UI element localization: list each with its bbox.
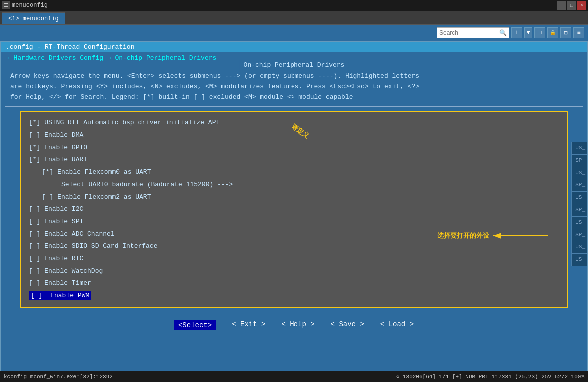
breadcrumb-item-1[interactable]: Hardware Drivers Config <box>14 54 103 62</box>
config-item[interactable]: [ ] Enable RTC <box>29 253 559 265</box>
breadcrumb-arrow: → <box>6 54 14 62</box>
load-button[interactable]: < Load > <box>380 320 414 330</box>
save-button[interactable]: < Save > <box>331 320 364 330</box>
app-icon: ☰ <box>2 1 10 9</box>
select-button[interactable]: <Select> <box>174 320 216 330</box>
right-label-5: US_ <box>571 191 587 204</box>
help-button[interactable]: < Help > <box>281 320 314 330</box>
window-button[interactable]: □ <box>534 27 545 38</box>
config-file-label: .config - RT-Thread Configuration <box>6 43 134 51</box>
config-item[interactable]: [ ] Enable Timer <box>29 277 559 290</box>
search-input[interactable] <box>439 29 499 36</box>
info-line-1: Arrow keys navigate the menu. <Enter> se… <box>10 71 578 82</box>
config-item[interactable]: [*] Enable GPIO <box>29 142 559 154</box>
label-4: Enable Flexcomm0 as UART <box>57 168 151 176</box>
right-label-9: US_ <box>571 241 587 253</box>
bracket-2: [*] <box>29 144 44 151</box>
bracket-1: [ ] <box>29 131 44 139</box>
config-item[interactable]: [ ] Enable WatchDog <box>29 265 559 278</box>
right-label-4: SP_ <box>571 179 587 191</box>
config-item[interactable]: [ ] Enable Flexcomm2 as UART <box>29 191 559 204</box>
right-label-6: SP_ <box>571 204 587 216</box>
toolbar: 🔍 + ▼ □ 🔒 ⊟ ≡ <box>0 25 588 41</box>
bracket-11: [ ] <box>29 255 44 262</box>
maximize-button[interactable]: □ <box>567 1 576 10</box>
config-item[interactable]: Select UART0 badurate (Badurate 115200) … <box>29 179 559 191</box>
info-line-3: for Help, </> for Search. Legend: [*] bu… <box>10 92 578 103</box>
right-label-3: US_ <box>571 167 587 179</box>
config-area: [*] USING RTT Automatic bsp driver initi… <box>20 111 568 308</box>
right-label-1: US_ <box>571 142 587 154</box>
submenu-label: Select UART0 badurate (Badurate 115200) … <box>61 181 233 188</box>
label-6: Enable Flexcomm2 as UART <box>57 193 151 201</box>
config-item[interactable]: [*] Enable UART <box>29 154 559 166</box>
active-tab[interactable]: <1> menuconfig <box>2 12 65 24</box>
split-button[interactable]: ⊟ <box>560 27 571 38</box>
titlebar-controls: _ □ × <box>557 1 586 10</box>
bottom-bar: <Select> < Exit > < Help > < Save > < Lo… <box>1 314 587 336</box>
minimize-button[interactable]: _ <box>557 1 566 10</box>
config-item[interactable]: [ ] Enable SPI <box>29 216 559 228</box>
bracket-7: [ ] <box>29 205 44 213</box>
highlighted-label: Enable PWM <box>48 291 91 300</box>
close-button[interactable]: × <box>577 1 586 10</box>
tabbar: <1> menuconfig <box>0 11 588 25</box>
app-icon-symbol: ☰ <box>4 2 8 8</box>
bracket-12: [ ] <box>29 267 44 275</box>
titlebar: ☰ menuconfig _ □ × <box>0 0 588 11</box>
right-label-7: US_ <box>571 216 587 229</box>
add-button[interactable]: + <box>511 27 522 38</box>
config-outer: [*] USING RTT Automatic bsp driver initi… <box>5 111 583 308</box>
bracket-8: [ ] <box>29 218 44 225</box>
right-label-10: US_ <box>571 253 587 266</box>
config-item[interactable]: [ ] Enable SDIO SD Card Interface <box>29 240 559 253</box>
right-label-8: SP_ <box>571 229 587 241</box>
label-12: Enable WatchDog <box>44 267 103 275</box>
label-10: Enable SDIO SD Card Interface <box>44 242 157 250</box>
right-labels: US_ SP_ US_ SP_ US_ SP_ US_ SP_ US_ US_ <box>571 142 587 266</box>
statusbar-left: kconfig-mconf_win7.exe*[32]:12392 <box>4 374 113 380</box>
bracket-10: [ ] <box>29 242 44 250</box>
info-box-title: On-chip Peripheral Drivers <box>240 60 349 71</box>
label-7: Enable I2C <box>44 205 83 213</box>
lock-button[interactable]: 🔒 <box>547 27 558 38</box>
label-2: Enable GPIO <box>44 144 87 151</box>
titlebar-title: menuconfig <box>12 2 555 9</box>
label-1: Enable DMA <box>44 131 83 139</box>
statusbar-right: « 180206[64] 1/1 [+] NUM PRI 117×31 (25,… <box>396 374 584 380</box>
tab-label: <1> menuconfig <box>8 15 59 22</box>
label-13: Enable Timer <box>44 279 91 287</box>
dropdown-button[interactable]: ▼ <box>524 27 532 38</box>
search-icon: 🔍 <box>499 29 507 37</box>
label-0: USING RTT Automatic bsp driver initializ… <box>44 119 220 126</box>
bracket-6: [ ] <box>42 193 57 201</box>
menu-button[interactable]: ≡ <box>573 27 584 38</box>
search-box[interactable]: 🔍 <box>437 27 509 38</box>
statusbar: kconfig-mconf_win7.exe*[32]:12392 « 1802… <box>0 371 588 382</box>
config-item[interactable]: [ ] Enable I2C <box>29 203 559 216</box>
right-label-2: SP_ <box>571 154 587 167</box>
bracket-13: [ ] <box>29 279 44 287</box>
info-box: On-chip Peripheral Drivers Arrow keys na… <box>5 64 583 107</box>
window-frame: .config - RT-Thread Configuration → Hard… <box>0 41 588 382</box>
config-item[interactable]: [ ] Enable DMA <box>29 129 559 142</box>
config-item[interactable]: [*] USING RTT Automatic bsp driver initi… <box>29 117 559 129</box>
config-file-title: .config - RT-Thread Configuration <box>1 42 587 52</box>
config-item-highlighted[interactable]: [ ] Enable PWM <box>29 290 559 302</box>
label-11: Enable RTC <box>44 255 83 262</box>
exit-button[interactable]: < Exit > <box>232 320 265 330</box>
label-3: Enable UART <box>44 156 87 163</box>
config-item[interactable]: [*] Enable Flexcomm0 as UART <box>29 166 559 179</box>
info-line-2: are hotkeys. Pressing <Y> includes, <N> … <box>10 82 578 92</box>
label-8: Enable SPI <box>44 218 83 225</box>
bracket-9: [ ] <box>29 230 44 238</box>
breadcrumb-item-2[interactable]: On-chip Peripheral Drivers <box>115 54 216 62</box>
config-item[interactable]: [ ] Enable ADC Channel <box>29 228 559 241</box>
highlighted-bracket: [ ] <box>29 291 48 300</box>
breadcrumb-sep: → <box>107 54 115 62</box>
bracket-4: [*] <box>42 168 57 176</box>
bracket-0: [*] <box>29 119 44 126</box>
bracket-3: [*] <box>29 156 44 163</box>
label-9: Enable ADC Channel <box>44 230 114 238</box>
